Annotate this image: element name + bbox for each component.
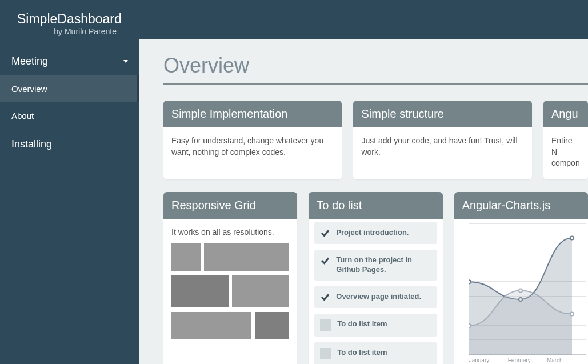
- todo-item[interactable]: To do list item: [314, 314, 437, 337]
- card-todo-list: To do list Project introduction. Turn on…: [309, 192, 442, 364]
- grid-demo-box: [171, 312, 251, 339]
- svg-point-4: [519, 289, 522, 292]
- card-header: Simple structure: [353, 101, 531, 127]
- sidebar-item-installing[interactable]: Installing: [0, 129, 139, 159]
- card-angular-partial: Angu Entire N compon: [543, 101, 588, 179]
- card-simple-implementation: Simple Implementation Easy for understan…: [163, 101, 342, 179]
- cards-row-top: Simple Implementation Easy for understan…: [163, 101, 588, 179]
- todo-list: Project introduction. Turn on the projec…: [309, 219, 442, 364]
- chart-xtick: February: [508, 357, 547, 363]
- chart-plot-area: [469, 223, 586, 355]
- check-icon[interactable]: [320, 292, 330, 302]
- todo-text: Turn on the project in Github Pages.: [336, 255, 431, 275]
- card-body: Easy for understand, change whatever you…: [163, 127, 342, 168]
- todo-item[interactable]: Overview page initiated.: [314, 286, 437, 308]
- brand-title: SimpleDashboard: [17, 11, 122, 27]
- card-header: To do list: [309, 192, 442, 219]
- card-body: Entire N compon: [543, 127, 588, 179]
- title-divider: [163, 83, 588, 85]
- nav-section: Meeting Overview About Installing: [0, 47, 139, 159]
- chart-xtick: March: [547, 357, 586, 363]
- card-header: Angu: [543, 101, 588, 127]
- chart-xtick: January: [469, 357, 508, 363]
- card-header: Responsive Grid: [163, 192, 297, 219]
- nav-section-label: Meeting: [11, 55, 48, 67]
- todo-text: To do list item: [337, 348, 387, 358]
- checkbox-empty-icon[interactable]: [320, 319, 331, 331]
- card-body: It works on all as resolutions.: [163, 219, 297, 355]
- todo-item[interactable]: To do list item: [314, 342, 437, 364]
- card-header: Simple Implementation: [163, 101, 342, 127]
- sidebar-item-label: About: [11, 111, 34, 121]
- sidebar: SimpleDashboard by Murilo Parente Meetin…: [0, 0, 139, 159]
- grid-demo-box: [232, 275, 289, 307]
- sidebar-item-about[interactable]: About: [0, 102, 139, 129]
- card-header: Angular-Charts.js: [454, 192, 588, 219]
- sidebar-item-label: Installing: [11, 138, 52, 150]
- svg-point-2: [570, 236, 574, 239]
- svg-point-3: [469, 324, 471, 327]
- card-simple-structure: Simple structure Just add your code, and…: [353, 101, 531, 179]
- chevron-down-icon: [123, 60, 128, 63]
- svg-point-5: [570, 312, 574, 315]
- grid-demo: [171, 243, 289, 339]
- checkbox-empty-icon[interactable]: [320, 348, 331, 359]
- card-body: Just add your code, and have fun! Trust,…: [353, 127, 531, 168]
- svg-point-0: [469, 280, 471, 283]
- todo-item[interactable]: Project introduction.: [314, 222, 437, 244]
- main-content: Overview Simple Implementation Easy for …: [139, 39, 588, 364]
- brand-subtitle: by Murilo Parente: [17, 27, 122, 36]
- cards-row-bottom: Responsive Grid It works on all as resol…: [163, 192, 588, 364]
- page-title: Overview: [163, 54, 588, 78]
- card-responsive-grid: Responsive Grid It works on all as resol…: [163, 192, 297, 364]
- todo-text: Project introduction.: [336, 228, 409, 238]
- todo-item[interactable]: Turn on the project in Github Pages.: [314, 250, 437, 281]
- chart: 85 80 75 70 65 60 55 50 45 40: [454, 219, 588, 363]
- grid-caption: It works on all as resolutions.: [171, 227, 289, 238]
- sidebar-item-label: Overview: [11, 84, 47, 94]
- nav-section-header[interactable]: Meeting: [0, 47, 139, 75]
- check-icon[interactable]: [320, 228, 330, 238]
- check-icon[interactable]: [320, 255, 330, 266]
- grid-demo-box: [171, 275, 229, 307]
- grid-demo-box: [204, 243, 290, 271]
- grid-demo-box: [171, 243, 201, 271]
- chart-lines: [469, 223, 588, 355]
- todo-text: Overview page initiated.: [336, 292, 421, 302]
- brand: SimpleDashboard by Murilo Parente: [0, 0, 139, 42]
- card-angular-charts: Angular-Charts.js 85 80 75 70 65 60 55 5…: [454, 192, 588, 364]
- sidebar-item-overview[interactable]: Overview: [0, 75, 139, 102]
- grid-demo-box: [255, 312, 289, 339]
- chart-x-axis: January February March: [469, 355, 586, 363]
- todo-text: To do list item: [337, 319, 387, 329]
